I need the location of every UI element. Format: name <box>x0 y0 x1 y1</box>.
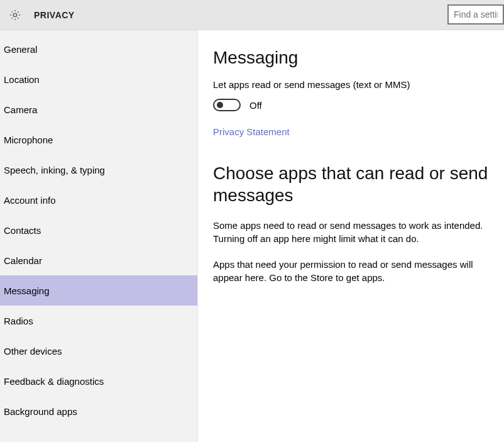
body-area: GeneralLocationCameraMicrophoneSpeech, i… <box>0 30 504 442</box>
toggle-state-label: Off <box>249 100 262 111</box>
gear-icon <box>9 9 21 21</box>
section-heading: Choose apps that can read or send messag… <box>213 162 493 206</box>
sidebar-item-label: Microphone <box>4 135 53 145</box>
sidebar-item-label: Calendar <box>4 255 42 266</box>
header-bar: PRIVACY <box>0 0 504 30</box>
sidebar: GeneralLocationCameraMicrophoneSpeech, i… <box>0 30 198 442</box>
sidebar-item-label: Contacts <box>4 225 41 236</box>
sidebar-item-messaging[interactable]: Messaging <box>0 275 197 306</box>
messaging-toggle[interactable] <box>213 99 241 111</box>
sidebar-item-label: Feedback & diagnostics <box>4 376 104 387</box>
sidebar-item-label: Account info <box>4 195 56 206</box>
toggle-description: Let apps read or send messages (text or … <box>213 79 493 90</box>
sidebar-item-background-apps[interactable]: Background apps <box>0 396 197 426</box>
search-input[interactable] <box>447 4 504 25</box>
toggle-row: Off <box>213 99 493 111</box>
sidebar-item-label: Other devices <box>4 346 62 356</box>
sidebar-item-label: Background apps <box>4 406 77 417</box>
sidebar-item-general[interactable]: General <box>0 34 197 64</box>
sidebar-item-contacts[interactable]: Contacts <box>0 215 197 245</box>
sidebar-item-microphone[interactable]: Microphone <box>0 124 197 155</box>
section-paragraph-2: Apps that need your permission to read o… <box>213 258 490 284</box>
sidebar-item-camera[interactable]: Camera <box>0 94 197 124</box>
page-title: PRIVACY <box>34 10 75 20</box>
main-panel: Messaging Let apps read or send messages… <box>198 30 504 442</box>
sidebar-item-label: Radios <box>4 316 33 326</box>
sidebar-item-radios[interactable]: Radios <box>0 306 197 336</box>
privacy-statement-link[interactable]: Privacy Statement <box>213 126 290 137</box>
sidebar-item-calendar[interactable]: Calendar <box>0 245 197 275</box>
toggle-knob <box>217 102 223 108</box>
svg-point-0 <box>13 13 16 16</box>
sidebar-item-label: Camera <box>4 104 37 115</box>
main-heading: Messaging <box>213 48 493 68</box>
section-paragraph-1: Some apps need to read or send messages … <box>213 219 490 245</box>
sidebar-item-speech-inking-typing[interactable]: Speech, inking, & typing <box>0 155 197 185</box>
sidebar-item-account-info[interactable]: Account info <box>0 185 197 215</box>
sidebar-item-label: General <box>4 44 37 55</box>
sidebar-item-label: Messaging <box>4 285 50 296</box>
sidebar-item-feedback-diagnostics[interactable]: Feedback & diagnostics <box>0 366 197 396</box>
sidebar-item-location[interactable]: Location <box>0 64 197 94</box>
sidebar-item-other-devices[interactable]: Other devices <box>0 336 197 366</box>
sidebar-item-label: Location <box>4 74 40 85</box>
sidebar-item-label: Speech, inking, & typing <box>4 165 105 175</box>
